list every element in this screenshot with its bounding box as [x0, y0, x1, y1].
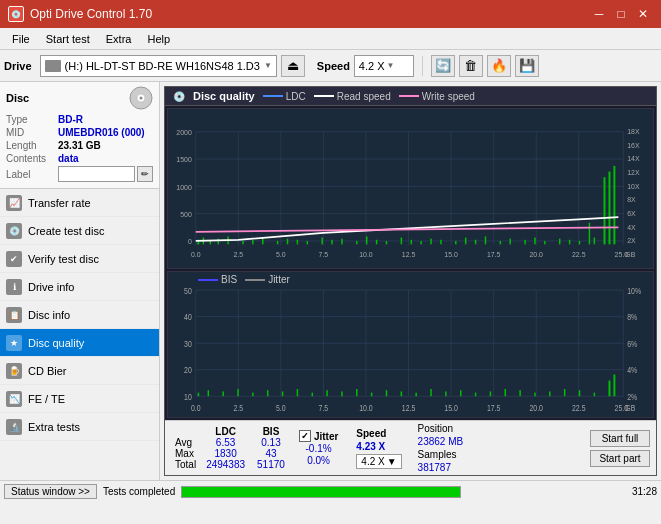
sidebar-label-disc-info: Disc info: [28, 309, 70, 321]
row-avg-label: Avg: [171, 437, 200, 448]
disc-panel-header: Disc: [6, 86, 153, 110]
legend-write-speed: Write speed: [399, 91, 475, 102]
bottom-legend: BIS Jitter: [198, 274, 290, 285]
extra-tests-icon: 🔬: [6, 419, 22, 435]
sidebar-item-create-test-disc[interactable]: 💿 Create test disc: [0, 217, 159, 245]
speed-select-value: 4.2 X: [361, 456, 384, 467]
disc-label-edit-button[interactable]: ✏: [137, 166, 153, 182]
svg-text:17.5: 17.5: [487, 249, 500, 259]
svg-text:17.5: 17.5: [487, 403, 500, 413]
charts-container: 2000 1500 1000 500 0 0.0 2.5 5.0 7.5 10.…: [165, 106, 656, 420]
disc-contents-label: Contents: [6, 153, 58, 164]
svg-rect-141: [401, 392, 402, 397]
disc-panel-title: Disc: [6, 92, 29, 104]
svg-rect-151: [549, 392, 550, 397]
status-text: Tests completed: [103, 486, 175, 497]
start-part-button[interactable]: Start part: [590, 450, 650, 467]
svg-text:1500: 1500: [176, 155, 191, 165]
max-jitter: 0.0%: [299, 455, 338, 466]
bottom-chart-canvas: 50 40 30 20 10 0.0 2.5 5.0 7.5 10.0 12.5: [168, 272, 653, 417]
stats-table: LDC BIS Avg 6.53 0.13 Max 1830 43 Tota: [171, 426, 291, 470]
menu-extra[interactable]: Extra: [98, 31, 140, 47]
svg-text:10%: 10%: [627, 286, 641, 296]
speed-result-select[interactable]: 4.2 X ▼: [356, 454, 401, 469]
jitter-header: ✓ Jitter: [299, 430, 338, 442]
sidebar-item-fe-te[interactable]: 📉 FE / TE: [0, 385, 159, 413]
disc-label-label: Label: [6, 169, 58, 180]
close-button[interactable]: ✕: [633, 5, 653, 23]
svg-text:2X: 2X: [627, 236, 635, 246]
svg-text:10.0: 10.0: [359, 403, 372, 413]
fe-te-icon: 📉: [6, 391, 22, 407]
svg-text:12.5: 12.5: [402, 403, 415, 413]
sidebar-item-drive-info[interactable]: ℹ Drive info: [0, 273, 159, 301]
svg-rect-130: [237, 389, 238, 396]
max-bis: 43: [251, 448, 291, 459]
jitter-checkbox[interactable]: ✓: [299, 430, 311, 442]
disc-contents-value: data: [58, 153, 79, 164]
svg-text:15.0: 15.0: [444, 249, 457, 259]
sidebar-label-verify-test-disc: Verify test disc: [28, 253, 99, 265]
svg-text:10X: 10X: [627, 181, 639, 191]
disc-mid-label: MID: [6, 127, 58, 138]
sidebar-label-fe-te: FE / TE: [28, 393, 65, 405]
disc-label-input[interactable]: [58, 166, 135, 182]
legend-bis-color: [198, 279, 218, 281]
samples-value: 381787: [418, 462, 464, 473]
drive-selector[interactable]: (H:) HL-DT-ST BD-RE WH16NS48 1.D3 ▼: [40, 55, 277, 77]
svg-rect-127: [198, 393, 199, 397]
drive-value: (H:) HL-DT-ST BD-RE WH16NS48 1.D3: [65, 60, 260, 72]
start-full-button[interactable]: Start full: [590, 430, 650, 447]
save-button[interactable]: 💾: [515, 55, 539, 77]
minimize-button[interactable]: ─: [589, 5, 609, 23]
speed-selector[interactable]: 4.2 X ▼: [354, 55, 414, 77]
svg-rect-149: [519, 390, 520, 396]
menu-start-test[interactable]: Start test: [38, 31, 98, 47]
burn-button[interactable]: 🔥: [487, 55, 511, 77]
titlebar-controls: ─ □ ✕: [589, 5, 653, 23]
eject-button[interactable]: ⏏: [281, 55, 305, 77]
col-header-jitter: Jitter: [314, 431, 338, 442]
legend-read-speed-color: [314, 95, 334, 97]
refresh-button[interactable]: 🔄: [431, 55, 455, 77]
col-header-bis: BIS: [251, 426, 291, 437]
svg-rect-153: [579, 390, 580, 396]
sidebar-item-verify-test-disc[interactable]: ✔ Verify test disc: [0, 245, 159, 273]
total-bis: 51170: [251, 459, 291, 470]
svg-text:7.5: 7.5: [319, 249, 329, 259]
legend-jitter: Jitter: [245, 274, 290, 285]
svg-rect-131: [252, 393, 253, 397]
svg-text:2%: 2%: [627, 392, 637, 402]
maximize-button[interactable]: □: [611, 5, 631, 23]
svg-point-2: [140, 97, 143, 100]
menu-file[interactable]: File: [4, 31, 38, 47]
legend-write-speed-color: [399, 95, 419, 97]
svg-rect-142: [415, 393, 416, 397]
sidebar-item-transfer-rate[interactable]: 📈 Transfer rate: [0, 189, 159, 217]
sidebar-item-disc-quality[interactable]: ★ Disc quality: [0, 329, 159, 357]
svg-rect-75: [500, 241, 501, 244]
sidebar-item-disc-info[interactable]: 📋 Disc info: [0, 301, 159, 329]
svg-text:50: 50: [184, 286, 192, 296]
svg-text:4%: 4%: [627, 366, 637, 376]
svg-rect-148: [505, 389, 506, 396]
erase-button[interactable]: 🗑: [459, 55, 483, 77]
sidebar-label-disc-quality: Disc quality: [28, 337, 84, 349]
sidebar-item-cd-bier[interactable]: 🍺 CD Bier: [0, 357, 159, 385]
legend-read-speed: Read speed: [314, 91, 391, 102]
svg-rect-150: [534, 393, 535, 397]
chart-header: 💿 Disc quality LDC Read speed Write spee…: [165, 87, 656, 106]
create-test-disc-icon: 💿: [6, 223, 22, 239]
sidebar-item-extra-tests[interactable]: 🔬 Extra tests: [0, 413, 159, 441]
disc-panel-icon: [129, 86, 153, 110]
menu-help[interactable]: Help: [139, 31, 178, 47]
svg-rect-144: [445, 392, 446, 397]
svg-text:0.0: 0.0: [191, 249, 201, 259]
svg-text:20: 20: [184, 366, 192, 376]
legend-write-speed-label: Write speed: [422, 91, 475, 102]
avg-bis: 0.13: [251, 437, 291, 448]
status-window-button[interactable]: Status window >>: [4, 484, 97, 499]
svg-text:6%: 6%: [627, 339, 637, 349]
svg-rect-73: [475, 240, 476, 245]
svg-text:22.5: 22.5: [572, 249, 585, 259]
